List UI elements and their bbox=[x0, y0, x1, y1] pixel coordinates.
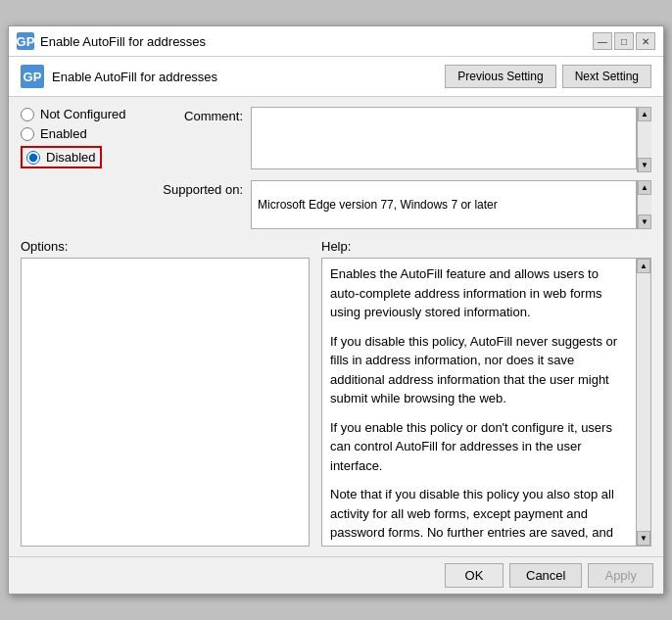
window-icon: GP bbox=[17, 32, 34, 50]
enabled-label: Enabled bbox=[40, 126, 87, 141]
help-p3: If you enable this policy or don't confi… bbox=[330, 418, 627, 476]
help-box: Enables the AutoFill feature and allows … bbox=[321, 258, 651, 547]
help-section: Help: Enables the AutoFill feature and a… bbox=[321, 239, 651, 547]
supported-label: Supported on: bbox=[150, 180, 243, 197]
title-buttons: — □ ✕ bbox=[593, 32, 655, 50]
maximize-button[interactable]: □ bbox=[614, 32, 634, 50]
footer: OK Cancel Apply bbox=[9, 556, 663, 594]
comment-row: Comment: ▲ ▼ bbox=[150, 107, 651, 172]
scroll-up-arrow[interactable]: ▲ bbox=[638, 107, 651, 121]
help-section-label: Help: bbox=[321, 239, 651, 254]
disabled-label: Disabled bbox=[46, 150, 96, 165]
help-scroll-track bbox=[637, 273, 650, 531]
comment-label: Comment: bbox=[150, 107, 243, 123]
help-scroll-down[interactable]: ▼ bbox=[637, 531, 650, 546]
header-buttons: Previous Setting Next Setting bbox=[445, 65, 651, 88]
disabled-option[interactable]: Disabled bbox=[21, 146, 102, 168]
help-p4: Note that if you disable this policy you… bbox=[330, 485, 627, 547]
enabled-radio[interactable] bbox=[21, 127, 34, 141]
comment-textarea[interactable] bbox=[251, 107, 637, 169]
enabled-option[interactable]: Enabled bbox=[21, 126, 138, 141]
scroll-track bbox=[638, 121, 651, 158]
supported-scroll-track bbox=[638, 195, 651, 215]
title-bar-left: GP Enable AutoFill for addresses bbox=[17, 32, 206, 50]
not-configured-option[interactable]: Not Configured bbox=[21, 107, 138, 121]
disabled-radio[interactable] bbox=[26, 151, 40, 165]
supported-value: Microsoft Edge version 77, Windows 7 or … bbox=[251, 180, 637, 229]
header-title: Enable AutoFill for addresses bbox=[52, 70, 217, 84]
cancel-button[interactable]: Cancel bbox=[509, 563, 582, 588]
help-text-inner: Enables the AutoFill feature and allows … bbox=[330, 264, 643, 547]
next-setting-button[interactable]: Next Setting bbox=[562, 65, 651, 88]
options-box bbox=[21, 258, 310, 547]
supported-scrollbar: ▲ ▼ bbox=[637, 180, 651, 229]
comment-container: ▲ ▼ bbox=[251, 107, 651, 172]
supported-container: Microsoft Edge version 77, Windows 7 or … bbox=[251, 180, 651, 229]
main-window: GP Enable AutoFill for addresses — □ ✕ G… bbox=[8, 25, 664, 595]
supported-scroll-down[interactable]: ▼ bbox=[638, 215, 651, 229]
header-icon: GP bbox=[21, 65, 44, 88]
help-scrollbar: ▲ ▼ bbox=[636, 259, 650, 546]
minimize-button[interactable]: — bbox=[593, 32, 612, 50]
help-p1: Enables the AutoFill feature and allows … bbox=[330, 264, 627, 322]
comment-scrollbar: ▲ ▼ bbox=[637, 107, 651, 172]
main-layout: Not Configured Enabled Disabled Comment:… bbox=[9, 97, 663, 239]
help-scroll-up[interactable]: ▲ bbox=[637, 259, 650, 273]
help-p2: If you disable this policy, AutoFill nev… bbox=[330, 332, 627, 408]
ok-button[interactable]: OK bbox=[445, 563, 504, 588]
scroll-down-arrow[interactable]: ▼ bbox=[638, 158, 651, 172]
title-bar: GP Enable AutoFill for addresses — □ ✕ bbox=[9, 26, 663, 57]
supported-scroll-up[interactable]: ▲ bbox=[638, 180, 651, 195]
window-title: Enable AutoFill for addresses bbox=[40, 34, 206, 49]
header-row: GP Enable AutoFill for addresses Previou… bbox=[9, 57, 663, 97]
apply-button[interactable]: Apply bbox=[588, 563, 653, 588]
close-button[interactable]: ✕ bbox=[636, 32, 655, 50]
options-section-label: Options: bbox=[21, 239, 310, 254]
right-panel: Comment: ▲ ▼ Supported on: Microsoft Edg… bbox=[150, 107, 651, 229]
left-panel: Not Configured Enabled Disabled bbox=[21, 107, 138, 229]
supported-row: Supported on: Microsoft Edge version 77,… bbox=[150, 180, 651, 229]
previous-setting-button[interactable]: Previous Setting bbox=[445, 65, 555, 88]
not-configured-radio[interactable] bbox=[21, 108, 34, 121]
header-left: GP Enable AutoFill for addresses bbox=[21, 65, 217, 88]
not-configured-label: Not Configured bbox=[40, 107, 125, 121]
bottom-section: Options: Help: Enables the AutoFill feat… bbox=[9, 239, 663, 556]
options-section: Options: bbox=[21, 239, 310, 547]
